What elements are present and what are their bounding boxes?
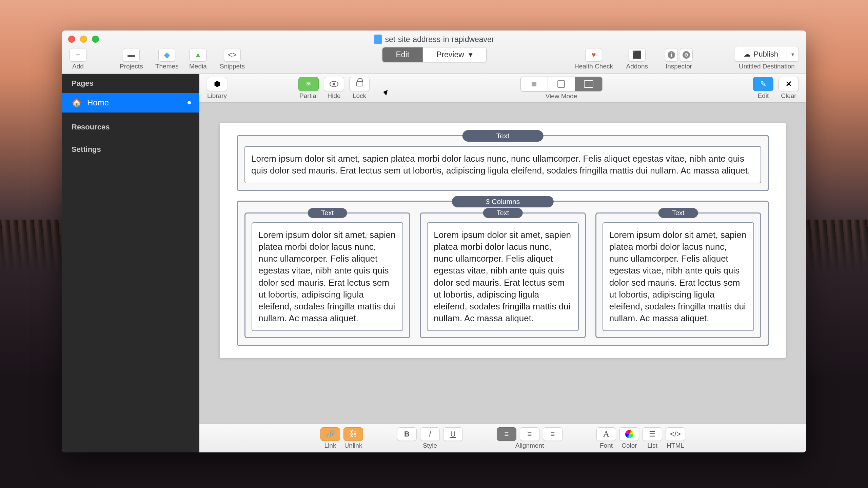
lock-icon [356,81,362,86]
media-button[interactable]: ▲ [190,48,206,62]
modified-dot-icon [188,101,191,104]
addons-label: Addons [626,63,648,70]
minimize-button[interactable] [80,36,87,43]
bottom-toolbar: 🔗 Link ⛓ Unlink B I U [199,424,806,452]
link-button[interactable]: 🔗 [320,427,340,441]
text-content-col-1[interactable]: Lorem ipsum dolor sit amet, sapien plate… [258,229,396,324]
align-left-button[interactable]: ≡ [497,427,516,441]
add-button[interactable]: + [70,48,86,62]
add-label: Add [72,63,84,70]
column-2-label: Text [483,208,523,218]
edit-tab[interactable]: Edit [382,47,423,62]
pencil-icon: ✎ [760,80,766,88]
columns-stack[interactable]: 3 Columns Text Lorem ipsum dolor sit ame… [237,201,769,346]
align-center-button[interactable]: ≡ [520,427,539,441]
sidebar: Pages 🏠 Home Resources Settings [62,74,199,452]
partial-label: Partial [299,92,318,100]
column-3-label: Text [658,208,698,218]
text-block-col-3[interactable]: Lorem ipsum dolor sit amet, sapien plate… [603,222,754,331]
html-label: HTML [667,442,684,449]
link-icon: 🔗 [326,430,335,439]
addons-button[interactable]: ⬛ [629,48,646,62]
view-mode-label: View Mode [546,93,577,100]
health-check-button[interactable]: ♥ [585,48,602,62]
publish-button[interactable]: ☁Publish ▾ [735,47,799,62]
projects-button[interactable]: ▬ [123,48,140,62]
resources-header[interactable]: Resources [62,118,199,137]
columns-stack-label: 3 Columns [452,196,554,207]
align-left-icon: ≡ [505,430,509,439]
color-icon [625,430,633,438]
settings-header[interactable]: Settings [62,140,199,159]
eye-icon [330,81,338,87]
text-stack-label: Text [462,130,544,142]
color-label: Color [622,442,637,449]
column-1[interactable]: Text Lorem ipsum dolor sit amet, sapien … [244,212,410,338]
font-icon: A [603,429,610,439]
secondary-toolbar: ⬢ Library ⚛ Partial Hide Lock [199,74,806,103]
html-button[interactable]: </> [666,427,685,441]
column-3[interactable]: Text Lorem ipsum dolor sit amet, sapien … [595,212,761,338]
lock-label: Lock [353,92,366,100]
sidebar-item-home[interactable]: 🏠 Home [62,93,199,113]
text-stack[interactable]: Text Lorem ipsum dolor sit amet, sapien … [237,135,769,191]
cloud-icon: ☁ [744,50,750,58]
document-icon [374,35,381,44]
bold-button[interactable]: B [397,427,417,441]
health-check-label: Health Check [574,63,613,70]
column-1-label: Text [308,208,347,218]
snippets-button[interactable]: <> [224,48,241,62]
text-block-col-2[interactable]: Lorem ipsum dolor sit amet, sapien plate… [427,222,578,331]
snippets-label: Snippets [220,63,245,70]
home-label: Home [87,98,109,107]
media-label: Media [189,63,207,70]
view-mode-1[interactable] [521,77,548,91]
clear-button[interactable]: ✕ [778,77,799,91]
unlink-label: Unlink [344,442,362,449]
hide-label: Hide [327,92,340,100]
view-mode-2[interactable] [548,77,575,91]
x-icon: ✕ [786,80,792,88]
inspector-settings-button[interactable]: ⚙ [680,48,693,62]
text-content-col-2[interactable]: Lorem ipsum dolor sit amet, sapien plate… [434,229,572,324]
canvas-area[interactable]: Text Lorem ipsum dolor sit amet, sapien … [199,103,806,424]
themes-button[interactable]: ◆ [158,48,175,62]
text-block-main[interactable]: Lorem ipsum dolor sit amet, sapien plate… [244,146,761,183]
column-2[interactable]: Text Lorem ipsum dolor sit amet, sapien … [420,212,586,338]
list-label: List [647,442,657,449]
library-button[interactable]: ⬢ [207,77,227,91]
text-content-col-3[interactable]: Lorem ipsum dolor sit amet, sapien plate… [609,229,747,324]
inspector-info-button[interactable]: i [665,48,678,62]
themes-label: Themes [155,63,179,70]
color-button[interactable] [619,427,639,441]
italic-button[interactable]: I [420,427,440,441]
edit-preview-segment: Edit Preview ▾ [382,47,486,62]
text-content-main[interactable]: Lorem ipsum dolor sit amet, sapien plate… [251,153,754,177]
publish-dropdown[interactable]: ▾ [787,48,798,60]
home-icon: 🏠 [72,98,82,107]
clear-label: Clear [781,92,796,100]
close-button[interactable] [68,36,75,43]
underline-button[interactable]: U [443,427,463,441]
partial-button[interactable]: ⚛ [298,77,319,91]
edit-mode-button[interactable]: ✎ [753,77,773,91]
font-button[interactable]: A [596,427,616,441]
link-label: Link [324,442,336,449]
list-button[interactable]: ☰ [643,427,662,441]
maximize-button[interactable] [92,36,99,43]
align-right-button[interactable]: ≡ [543,427,563,441]
pages-header: Pages [62,74,199,93]
preview-tab[interactable]: Preview ▾ [423,47,486,62]
alignment-label: Alignment [515,442,544,449]
destination-label: Untitled Destination [739,63,795,70]
view-mode-3[interactable] [575,77,602,91]
view-mode-segment [520,77,603,92]
hide-button[interactable] [324,77,344,91]
inspector-label: Inspector [666,63,692,70]
cube-icon: ⬢ [214,80,220,88]
lock-button[interactable] [349,77,370,91]
text-block-col-1[interactable]: Lorem ipsum dolor sit amet, sapien plate… [252,222,403,331]
font-label: Font [600,442,613,449]
title-text: set-site-address-in-rapidweaver [385,35,494,44]
unlink-button[interactable]: ⛓ [343,427,363,441]
